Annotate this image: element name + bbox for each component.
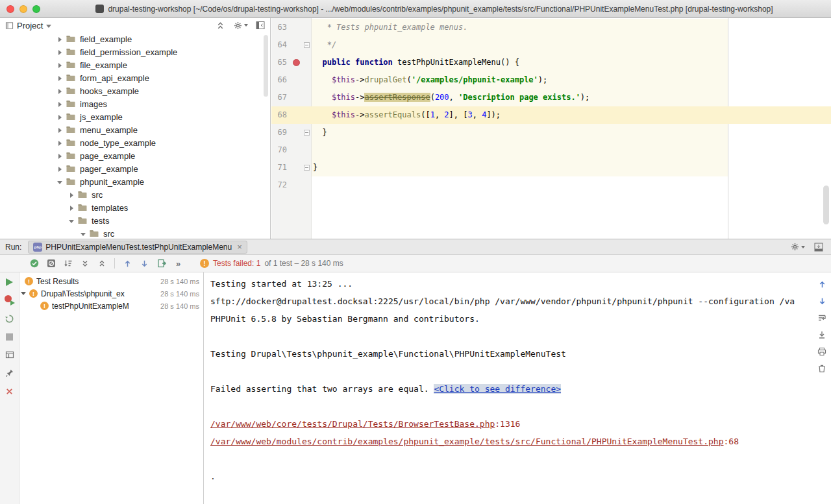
scroll-to-end-button[interactable] xyxy=(817,330,827,340)
stacktrace-file-link[interactable]: /var/www/web/modules/contrib/examples/ph… xyxy=(210,437,724,446)
chevron-right-icon[interactable] xyxy=(57,101,63,107)
line-number: 65 xyxy=(271,54,312,71)
close-tab-button[interactable]: × xyxy=(237,243,242,251)
print-button[interactable] xyxy=(817,346,827,357)
hide-project-panel-button[interactable] xyxy=(256,21,265,30)
project-tree-item[interactable]: tests xyxy=(0,214,270,227)
code-line[interactable]: 68 $this->assertEquals([1, 2], [3, 4]); xyxy=(271,106,831,124)
soft-wrap-button[interactable] xyxy=(817,313,827,323)
project-tree-item[interactable]: phpunit_example xyxy=(0,175,270,188)
folder-icon xyxy=(66,60,76,70)
hide-run-panel-button[interactable] xyxy=(814,243,823,252)
project-tree-item[interactable]: field_permission_example xyxy=(0,45,270,58)
test-tree-row[interactable]: !testPhpUnitExampleM28 s 140 ms xyxy=(19,300,203,312)
previous-failed-test-button[interactable] xyxy=(122,258,133,269)
test-tree-row[interactable]: !Drupal\Tests\phpunit_ex28 s 140 ms xyxy=(19,287,203,300)
chevron-right-icon[interactable] xyxy=(69,205,75,211)
code-token: */ xyxy=(313,40,336,49)
test-tree-row[interactable]: !Test Results28 s 140 ms xyxy=(19,275,203,287)
chevron-right-icon[interactable] xyxy=(69,192,75,198)
run-settings-button[interactable] xyxy=(790,242,805,252)
rerun-failed-tests-button[interactable] xyxy=(5,295,15,306)
chevron-right-icon[interactable] xyxy=(57,75,63,81)
collapse-all-button[interactable] xyxy=(96,258,107,269)
rerun-button[interactable] xyxy=(5,277,15,287)
chevron-down-icon[interactable] xyxy=(21,292,26,295)
next-failed-test-button[interactable] xyxy=(139,258,150,269)
project-tree-item[interactable]: node_type_example xyxy=(0,136,270,149)
minimize-window-button[interactable] xyxy=(19,5,27,13)
run-tab[interactable]: php PHPUnitExampleMenuTest.testPhpUnitEx… xyxy=(28,241,247,254)
collapse-all-button[interactable] xyxy=(216,21,225,30)
prev-occurrence-button[interactable] xyxy=(817,279,827,289)
diff-link[interactable]: <Click to see difference> xyxy=(434,384,561,394)
fold-marker-icon[interactable] xyxy=(304,165,310,171)
console-line: Testing Drupal\Tests\phpunit_example\Fun… xyxy=(210,345,813,363)
sort-by-duration-button[interactable] xyxy=(62,258,73,269)
chevron-down-icon[interactable] xyxy=(57,179,63,185)
clear-all-button[interactable] xyxy=(817,363,827,374)
code-line[interactable]: 71} xyxy=(271,159,831,176)
close-window-button[interactable] xyxy=(6,5,14,13)
import-test-results-button[interactable] xyxy=(156,258,167,269)
project-tree-item[interactable]: js_example xyxy=(0,110,270,123)
fold-marker-icon[interactable] xyxy=(304,42,310,48)
expand-all-button[interactable] xyxy=(79,258,90,269)
project-tree-item[interactable]: images xyxy=(0,97,270,110)
code-line[interactable]: 64 */ xyxy=(271,36,831,54)
show-passed-button[interactable] xyxy=(29,258,40,269)
fold-marker-icon[interactable] xyxy=(304,130,310,136)
code-line[interactable]: 70 xyxy=(271,141,831,159)
project-tree-item[interactable]: menu_example xyxy=(0,123,270,136)
code-line[interactable]: 66 $this->drupalGet('/examples/phpunit-e… xyxy=(271,71,831,89)
editor-scrollbar[interactable] xyxy=(823,186,829,224)
chevron-right-icon[interactable] xyxy=(57,127,63,133)
more-actions-chevron[interactable]: » xyxy=(173,258,184,269)
line-number: 68 xyxy=(271,106,312,124)
code-line[interactable]: 65 public function testPhpUnitExampleMen… xyxy=(271,54,831,71)
code-token: public function xyxy=(313,58,393,67)
stacktrace-file-link[interactable]: /var/www/web/core/tests/Drupal/Tests/Bro… xyxy=(210,419,495,429)
chevron-down-icon[interactable] xyxy=(81,231,86,237)
project-settings-button[interactable] xyxy=(233,21,248,30)
folder-icon xyxy=(89,228,99,239)
project-tree-item[interactable]: src xyxy=(0,188,270,201)
next-occurrence-button[interactable] xyxy=(817,296,827,306)
chevron-right-icon[interactable] xyxy=(57,88,63,94)
chevron-down-icon[interactable] xyxy=(69,218,75,224)
chevron-right-icon[interactable] xyxy=(57,114,63,120)
code-token: ], [ xyxy=(449,110,468,119)
test-status: ! Tests failed: 1 of 1 test – 28 s 140 m… xyxy=(200,259,343,268)
project-panel-title[interactable]: Project xyxy=(17,21,43,30)
code-line[interactable]: 72 xyxy=(271,176,831,194)
project-tree-item[interactable]: page_example xyxy=(0,149,270,162)
chevron-right-icon[interactable] xyxy=(57,49,63,55)
project-tree-item[interactable]: hooks_example xyxy=(0,84,270,97)
chevron-right-icon[interactable] xyxy=(57,153,63,159)
project-tree-item[interactable]: form_api_example xyxy=(0,71,270,84)
chevron-right-icon[interactable] xyxy=(57,36,63,42)
run-tool-window-bar: Run: php PHPUnitExampleMenuTest.testPhpU… xyxy=(0,239,831,255)
show-ignored-button[interactable] xyxy=(45,258,56,269)
pin-tab-button[interactable] xyxy=(5,368,15,378)
project-panel-header: Project xyxy=(0,18,270,32)
code-line[interactable]: 63 * Tests phpunit_example menus. xyxy=(271,19,831,36)
zoom-window-button[interactable] xyxy=(32,5,40,13)
project-tree-item[interactable]: src xyxy=(0,227,270,239)
restore-layout-button[interactable] xyxy=(5,350,15,360)
project-scrollbar[interactable] xyxy=(264,35,268,97)
code-line[interactable]: 69 } xyxy=(271,124,831,141)
chevron-right-icon[interactable] xyxy=(57,62,63,68)
project-tree-item[interactable]: templates xyxy=(0,201,270,214)
stop-button[interactable] xyxy=(5,331,15,342)
chevron-right-icon[interactable] xyxy=(57,166,63,172)
project-panel-chevron-icon[interactable] xyxy=(46,23,52,29)
close-run-panel-button[interactable] xyxy=(5,386,15,396)
code-line[interactable]: 67 $this->assertResponse(200, 'Descripti… xyxy=(271,89,831,106)
breakpoint-icon[interactable] xyxy=(293,59,300,66)
project-tree-item[interactable]: file_example xyxy=(0,58,270,71)
chevron-right-icon[interactable] xyxy=(57,140,63,146)
toggle-auto-test-button[interactable] xyxy=(5,313,15,324)
project-tree-item[interactable]: pager_example xyxy=(0,162,270,175)
project-tree-item[interactable]: field_example xyxy=(0,32,270,45)
